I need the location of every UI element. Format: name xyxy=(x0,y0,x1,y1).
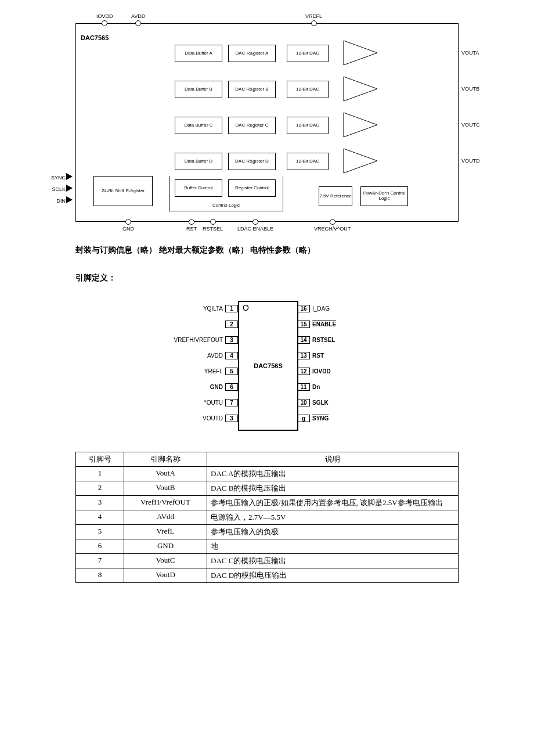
table-row: 7VoutCDAC C的模拟电压输出 xyxy=(76,554,459,568)
pin-gnd: GND xyxy=(122,219,134,232)
packaging-note: 封装与订购信息（略） 绝对最大额定参数（略） 电特性参数（略） xyxy=(75,245,459,255)
register-a: DAC R&gister A xyxy=(228,45,276,62)
pinout-chip: DAC756S xyxy=(238,301,298,431)
pin-rstsel: RSTSEL xyxy=(203,219,223,232)
pin-right-14: 14RSTSEL xyxy=(297,332,367,348)
svg-marker-3 xyxy=(344,149,377,173)
pin-description-table: 引脚号 引脚名称 说明 1VoutADAC A的模拟电压输出 2VoutBDAC… xyxy=(75,452,459,583)
pin-vrech: VRECH/V^OUT xyxy=(314,219,351,232)
pin-left-4: AVDD4 xyxy=(168,348,238,363)
svg-marker-2 xyxy=(344,113,377,137)
register-b: DAC R&gister B xyxy=(228,81,276,98)
dac-a: 12-Bit DAC xyxy=(287,45,329,62)
pin-definition-heading: 引脚定义： xyxy=(75,273,459,283)
powerdown-block: Pow&r-Do^n Control Logic xyxy=(360,186,408,206)
table-row: 4AVdd电源输入，2.7V—5.5V xyxy=(76,510,459,525)
register-c: DAC Register C xyxy=(228,117,276,134)
pin-left-8: VOUTD3 xyxy=(168,411,238,426)
chip-label: DAC7565 xyxy=(81,34,109,41)
th-pin-number: 引脚号 xyxy=(76,452,124,467)
table-row: 8VoutDDAC D的模拟电压输出 xyxy=(76,568,459,583)
pin-left-2: 2 xyxy=(168,316,238,332)
table-row: 6GND地 xyxy=(76,539,459,554)
pin-right-12: 12IOVDD xyxy=(297,363,367,379)
pin-voutb: VOUTB xyxy=(461,86,486,92)
chip-notch: O xyxy=(243,303,249,312)
pin-voutc: VOUTC xyxy=(461,122,486,128)
pin-left-6: GND6 xyxy=(168,379,238,395)
pin-vrefl-top: VREFL xyxy=(305,13,322,26)
buffer-b: Data Buffer B xyxy=(175,81,222,98)
pin-left-1: YQILTA1 xyxy=(168,301,238,316)
register-control: Register Control xyxy=(228,179,276,197)
dac-d: 12-Bit DAC xyxy=(287,153,329,170)
svg-marker-0 xyxy=(344,41,377,65)
table-row: 3VrefH/VrefOUT 参考电压输入的正极/如果使用内置参考电压, 该脚是… xyxy=(76,496,459,510)
pin-ldac-enable: LDAC ENABLE xyxy=(237,219,273,232)
svg-marker-1 xyxy=(344,77,377,101)
amp-b xyxy=(343,76,378,102)
table-row: 5VrefL参考电压输入的负极 xyxy=(76,525,459,539)
buffer-control: Buffer Control xyxy=(175,179,222,197)
pin-right-11: 11Dn xyxy=(297,379,367,395)
pin-right-16: 16I_DAG xyxy=(297,301,367,316)
pin-sync: SYNC xyxy=(48,174,73,181)
amp-d xyxy=(343,148,378,174)
pin-left-3: VREFH/VREFOUT3 xyxy=(168,332,238,348)
pin-vouta: VOUTA xyxy=(461,50,486,56)
th-pin-name: 引脚名称 xyxy=(124,452,207,467)
reference-block: 2.5V Reference xyxy=(319,186,352,206)
amp-c xyxy=(343,112,378,138)
pin-sclk: SCLK xyxy=(48,185,73,192)
table-header-row: 引脚号 引脚名称 说明 xyxy=(76,452,459,467)
pin-avdd: AVDD xyxy=(131,13,145,26)
table-row: 1VoutADAC A的模拟电压输出 xyxy=(76,467,459,481)
pin-right-9: gSYNG xyxy=(297,411,367,426)
pin-iovdd: IOVDD xyxy=(96,13,113,26)
dac-c: 12-Bit DAC xyxy=(287,117,329,134)
dac-b: 12-Bit DAC xyxy=(287,81,329,98)
shift-register: 24-Bit Shift R-frgister xyxy=(93,176,153,206)
buffer-c: Data Buff&r C xyxy=(175,117,222,134)
amp-a xyxy=(343,40,378,66)
pin-right-13: 13RST xyxy=(297,348,367,363)
buffer-a: Data Buffer A xyxy=(175,45,222,62)
pin-rst: RST xyxy=(186,219,197,232)
pinout-diagram: DAC756S O YQILTA1 2 VREFH/VREFOUT3 AVDD4… xyxy=(168,295,366,434)
table-row: 2VoutBDAC B的模拟电压输出 xyxy=(76,481,459,496)
pin-left-7: ^OUTU7 xyxy=(168,395,238,411)
pin-voutd: VOUTD xyxy=(461,158,486,164)
buffer-d: Data Buffer D xyxy=(175,153,222,170)
block-diagram: DAC7565 IOVDD AVDD VREFL SYNC SCLK DIN V… xyxy=(75,23,459,222)
pin-din: DIN xyxy=(48,197,73,204)
register-d: DAC R&gister D xyxy=(228,153,276,170)
pin-left-5: YREFL5 xyxy=(168,363,238,379)
pin-right-15: 15ENABLE xyxy=(297,316,367,332)
th-description: 说明 xyxy=(207,452,459,467)
pin-right-10: 10SGLK xyxy=(297,395,367,411)
